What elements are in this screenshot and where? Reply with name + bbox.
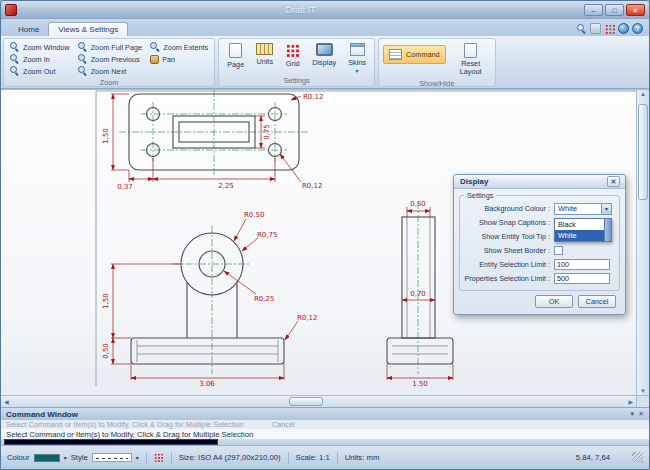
- command-toggle-button[interactable]: Command: [383, 45, 446, 64]
- reset-layout-button[interactable]: Reset Layout: [451, 41, 491, 78]
- page-icon: [229, 43, 242, 58]
- vertical-scroll-thumb[interactable]: [638, 104, 648, 200]
- zoom-window-button[interactable]: Zoom Window: [8, 41, 72, 53]
- properties-limit-label: Properties Selection Limit :: [464, 274, 554, 283]
- entity-tooltip-label: Show Entity Tool Tip :: [464, 232, 554, 241]
- zoom-previous-button[interactable]: Zoom Previous: [76, 53, 145, 65]
- history-cancel-text: Cancel: [272, 420, 295, 429]
- dimension-label: 1,50: [102, 128, 110, 144]
- background-colour-select[interactable]: White ▾: [554, 203, 612, 215]
- history-text: Select Command or Item(s) to Modify, Cli…: [6, 420, 244, 429]
- scroll-left-icon[interactable]: ◀: [4, 398, 9, 405]
- sheet-border-label: Show Sheet Border :: [464, 246, 554, 255]
- command-menu-icon[interactable]: ▾: [631, 410, 635, 418]
- tab-views-settings[interactable]: Views & Settings: [48, 22, 128, 36]
- horizontal-scroll-thumb[interactable]: [289, 397, 323, 406]
- cursor-coordinates: 5,84, 7,64: [576, 453, 610, 462]
- dialog-title: Display: [460, 177, 488, 186]
- scroll-down-icon[interactable]: ▼: [640, 388, 646, 394]
- zoom-in-button[interactable]: Zoom In: [8, 53, 72, 65]
- title-bar: Draft IT – □ ✕: [1, 1, 649, 19]
- chevron-down-icon[interactable]: ▾: [601, 204, 611, 214]
- close-button[interactable]: ✕: [626, 4, 645, 16]
- dimension-label: R0,50: [244, 211, 264, 219]
- style-label: Style: [71, 453, 88, 462]
- showhide-group-label: Show/Hide: [383, 78, 491, 89]
- showhide-group: Command Reset Layout Show/Hide: [378, 38, 496, 87]
- pan-button[interactable]: Pan: [148, 53, 210, 65]
- group-label: Settings: [464, 191, 496, 200]
- button-label: Zoom Out: [23, 67, 55, 76]
- button-label: Units: [256, 57, 273, 66]
- minimize-button[interactable]: –: [584, 4, 603, 16]
- command-close-icon[interactable]: ✕: [638, 410, 644, 418]
- drawing-canvas[interactable]: 1,50 0,75 0,37 2,25 R0,12 R0,12 R0,50: [1, 89, 649, 407]
- dimension-label: 2,25: [218, 182, 234, 190]
- button-label: Zoom Previous: [91, 55, 140, 64]
- app-window: Draft IT – □ ✕ Home Views & Settings ? Z…: [0, 0, 650, 470]
- units-icon: [256, 43, 273, 55]
- resize-grip[interactable]: [632, 452, 643, 463]
- entity-limit-input[interactable]: [554, 259, 610, 270]
- quick-zoom-icon[interactable]: [576, 23, 587, 34]
- zoom-extents-button[interactable]: Zoom Extents: [148, 41, 210, 53]
- command-window-title: Command Window: [6, 410, 78, 419]
- scrollbar-corner: [636, 395, 649, 407]
- dialog-close-button[interactable]: ✕: [607, 176, 620, 187]
- background-colour-dropdown: Black White: [554, 218, 612, 242]
- skins-button[interactable]: Skins▾: [344, 41, 370, 74]
- window-title: Draft IT: [20, 5, 581, 15]
- units-button[interactable]: Units: [252, 41, 277, 67]
- chevron-down-icon[interactable]: ▾: [64, 454, 67, 461]
- vertical-scrollbar[interactable]: ▲ ▼: [636, 90, 649, 395]
- style-selector[interactable]: [92, 453, 132, 462]
- page-size-text: Size: ISO A4 (297,00x210,00): [179, 453, 281, 462]
- maximize-button[interactable]: □: [605, 4, 624, 16]
- button-label: Grid: [286, 59, 300, 68]
- horizontal-scrollbar[interactable]: ◀ ▶: [1, 395, 636, 407]
- dropdown-option-white[interactable]: White: [555, 230, 611, 241]
- dimension-label: 0,37: [117, 183, 133, 191]
- ribbon-tab-row: Home Views & Settings ?: [1, 19, 649, 36]
- command-prompt-line: Select Command or Item(s) to Modify, Cli…: [1, 429, 649, 439]
- pin-icon[interactable]: [590, 23, 601, 34]
- grid-toggle-icon[interactable]: [604, 23, 615, 34]
- command-window-icon: [389, 49, 402, 60]
- dropdown-scrollbar[interactable]: [604, 219, 611, 241]
- app-logo-icon[interactable]: [5, 4, 17, 16]
- dimension-label: R0,12: [302, 182, 322, 190]
- chevron-down-icon[interactable]: ▾: [136, 454, 139, 461]
- cancel-button[interactable]: Cancel: [578, 295, 616, 308]
- zoom-full-page-button[interactable]: Zoom Full Page: [76, 41, 145, 53]
- colour-swatch[interactable]: [34, 454, 60, 462]
- zoom-window-icon: [10, 42, 20, 52]
- scroll-up-icon[interactable]: ▲: [640, 91, 646, 97]
- zoom-out-button[interactable]: Zoom Out: [8, 65, 72, 77]
- button-label: Display: [312, 58, 336, 67]
- dialog-title-bar[interactable]: Display ✕: [454, 175, 625, 189]
- grid-button[interactable]: Grid: [281, 41, 304, 69]
- sheet-border-checkbox[interactable]: [554, 246, 563, 255]
- ok-button[interactable]: OK: [535, 295, 573, 308]
- skins-icon: [350, 43, 365, 56]
- sphere-icon[interactable]: [618, 23, 629, 34]
- dropdown-option-black[interactable]: Black: [555, 219, 611, 230]
- button-label: Zoom Window: [23, 43, 70, 52]
- grid-status-icon[interactable]: [154, 453, 164, 463]
- zoom-next-button[interactable]: Zoom Next: [76, 65, 145, 77]
- properties-limit-input[interactable]: [554, 273, 610, 284]
- page-button[interactable]: Page: [223, 41, 248, 70]
- command-window-header[interactable]: Command Window ▾ ✕: [1, 408, 649, 420]
- tab-home[interactable]: Home: [9, 23, 48, 36]
- help-icon[interactable]: ?: [632, 23, 643, 34]
- zoom-extents-icon: [150, 42, 160, 52]
- background-colour-label: Background Colour :: [464, 204, 554, 213]
- display-button[interactable]: Display: [308, 41, 340, 68]
- button-label: Zoom Extents: [163, 43, 208, 52]
- colour-label: Colour: [7, 453, 30, 462]
- zoom-out-icon: [10, 66, 20, 76]
- dimension-label: R0,25: [254, 295, 274, 303]
- scroll-right-icon[interactable]: ▶: [628, 398, 633, 405]
- snap-captions-label: Show Snap Captions :: [464, 218, 554, 227]
- dimension-label: 0,50: [410, 200, 426, 208]
